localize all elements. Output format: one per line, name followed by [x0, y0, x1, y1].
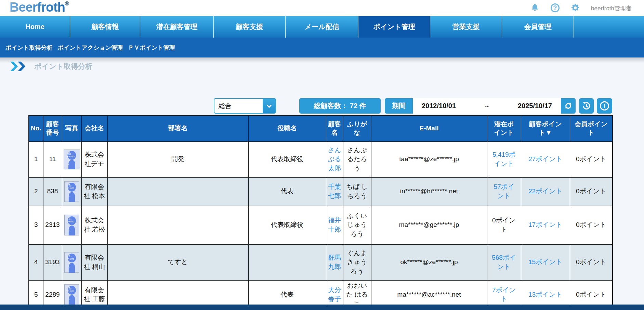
- cell-photo: NO PHOTO: [62, 206, 81, 244]
- date-from[interactable]: 2012/10/01: [422, 102, 456, 110]
- subnav-point-analysis[interactable]: ポイント取得分析: [5, 44, 53, 52]
- app-logo: Beerfroth®: [10, 0, 69, 15]
- tab-customer-support[interactable]: 顧客支援: [214, 16, 286, 38]
- cell-name-link[interactable]: 群馬九郎: [326, 244, 343, 280]
- cell-company: 有限会社 桐山: [81, 244, 107, 280]
- col-photo: 写真: [62, 116, 81, 141]
- no-photo-image: NO PHOTO: [64, 284, 79, 305]
- svg-text:NO: NO: [68, 288, 71, 290]
- top-bar: Beerfroth® ? beerfroth管理者: [0, 0, 644, 16]
- col-name: 顧客 名: [326, 116, 343, 141]
- svg-text:NO: NO: [68, 153, 71, 155]
- col-kana: ふりがな: [343, 116, 371, 141]
- cell-member-points: 0ポイント: [570, 280, 613, 305]
- footer-bar: [0, 305, 644, 310]
- cell-company: 株式会社 若松: [81, 206, 107, 244]
- category-select[interactable]: 総合: [214, 98, 276, 114]
- help-glyph: ?: [553, 4, 557, 11]
- period-label: 期間: [385, 98, 413, 114]
- cell-customer-points-link[interactable]: 13ポイント: [521, 280, 570, 305]
- no-photo-image: NO PHOTO: [64, 252, 79, 273]
- subnav-point-action[interactable]: ポイントアクション管理: [58, 44, 123, 52]
- table-row: 3 2313 NO PHOTO 株式会社 若松: [29, 206, 613, 244]
- history-button[interactable]: [579, 98, 594, 114]
- period-control: 期間 2012/10/01 ～ 2025/10/17: [385, 98, 576, 114]
- no-photo-image: NO PHOTO: [64, 181, 79, 202]
- cell-email: in******@hi******.net: [371, 177, 487, 206]
- tab-home[interactable]: Home: [0, 16, 70, 38]
- col-customer-points-sorted[interactable]: 顧客ポイン ト▼: [521, 116, 570, 141]
- cell-customer-points-link[interactable]: 15ポイント: [521, 244, 570, 280]
- cell-no: 5: [29, 280, 43, 305]
- cell-job-title: 代表取締役: [248, 141, 326, 177]
- cell-member-points: 0ポイント: [570, 206, 613, 244]
- tab-member-management[interactable]: 会員管理: [502, 16, 574, 38]
- breadcrumb: ポイント取得分析: [10, 62, 92, 71]
- cell-name-link[interactable]: 大分春子: [326, 280, 343, 305]
- cell-name-link[interactable]: 千葉七郎: [326, 177, 343, 206]
- alert-icon: !: [600, 101, 609, 111]
- table-row: 4 3193 NO PHOTO 有限会社 桐山 てすと: [29, 244, 613, 280]
- cell-customer-no: 3193: [43, 244, 62, 280]
- svg-text:NO: NO: [68, 185, 71, 187]
- refresh-button[interactable]: [561, 98, 576, 114]
- tab-lead-management[interactable]: 潜在顧客管理: [140, 16, 214, 38]
- points-table: No. 顧客 番号 写真 会社名 部署名 役職名 顧客 名 ふりがな E-Mai…: [28, 115, 613, 305]
- cell-member-points: 0ポイント: [570, 141, 613, 177]
- cell-customer-points-link[interactable]: 17ポイント: [521, 206, 570, 244]
- cell-department: [107, 206, 248, 244]
- svg-text:PHOTO: PHOTO: [67, 155, 75, 157]
- cell-potential-points-link[interactable]: 5,419ポイント: [487, 141, 521, 177]
- svg-text:PHOTO: PHOTO: [67, 258, 74, 260]
- cell-customer-points-link[interactable]: 22ポイント: [521, 177, 570, 206]
- cell-kana: ふくい じゅうろう: [343, 206, 371, 244]
- date-to[interactable]: 2025/10/17: [518, 102, 552, 110]
- cell-no: 3: [29, 206, 43, 244]
- cell-job-title: 代表取締役: [248, 206, 326, 244]
- cell-customer-no: 11: [43, 141, 62, 177]
- svg-text:NO: NO: [68, 256, 71, 258]
- date-tilde: ～: [484, 102, 490, 111]
- tab-sales-support[interactable]: 営業支援: [430, 16, 502, 38]
- category-select-value: 総合: [214, 102, 263, 111]
- cell-potential-points-link[interactable]: 568ポイント: [487, 244, 521, 280]
- no-photo-image: NO PHOTO: [64, 215, 79, 236]
- gear-icon[interactable]: [570, 3, 580, 13]
- cell-job-title: [248, 244, 326, 280]
- help-icon[interactable]: ?: [551, 3, 560, 12]
- cell-job-title: 代表: [248, 280, 326, 305]
- cell-email: ok******@ze******.jp: [371, 244, 487, 280]
- tab-customer-info[interactable]: 顧客情報: [70, 16, 140, 38]
- cell-name-link[interactable]: さんぷる太郎: [326, 141, 343, 177]
- cell-potential-points-link[interactable]: 57ポイント: [487, 177, 521, 206]
- cell-potential-points-link[interactable]: 7ポイント: [487, 280, 521, 305]
- alert-glyph: !: [603, 102, 605, 109]
- registered-mark: ®: [65, 1, 69, 7]
- col-no: No.: [29, 116, 43, 141]
- history-icon: [581, 101, 591, 111]
- svg-text:PHOTO: PHOTO: [67, 187, 74, 189]
- cell-member-points: 0ポイント: [570, 177, 613, 206]
- cell-customer-points-link[interactable]: 27ポイント: [521, 141, 570, 177]
- chevron-down-icon: [263, 99, 275, 113]
- cell-kana: ちば しちろう: [343, 177, 371, 206]
- cell-kana: おおいた はるこ: [343, 280, 371, 305]
- table-header-row: No. 顧客 番号 写真 会社名 部署名 役職名 顧客 名 ふりがな E-Mai…: [29, 116, 613, 141]
- cell-photo: NO PHOTO: [62, 141, 81, 177]
- col-potential-points[interactable]: 潜在ポ イント: [487, 116, 521, 141]
- cell-department: [107, 177, 248, 206]
- cell-department: [107, 280, 248, 305]
- cell-name-link[interactable]: 福井十郎: [326, 206, 343, 244]
- page-title: ポイント取得分析: [34, 62, 92, 71]
- col-member-points[interactable]: 会員ポイン ト: [570, 116, 613, 141]
- cell-job-title: 代表: [248, 177, 326, 206]
- tab-point-management[interactable]: ポイント管理: [358, 16, 430, 38]
- bell-icon[interactable]: [530, 3, 540, 13]
- tab-mail-delivery[interactable]: メール配信: [286, 16, 358, 38]
- alert-button[interactable]: !: [597, 98, 612, 114]
- table-row: 2 838 NO PHOTO 有限会社 松本: [29, 177, 613, 206]
- cell-company: 有限会社 工藤: [81, 280, 107, 305]
- subnav-pv-point[interactable]: ＰＶポイント管理: [128, 44, 175, 52]
- cell-customer-no: 2289: [43, 280, 62, 305]
- date-range-field[interactable]: 2012/10/01 ～ 2025/10/17: [413, 98, 561, 114]
